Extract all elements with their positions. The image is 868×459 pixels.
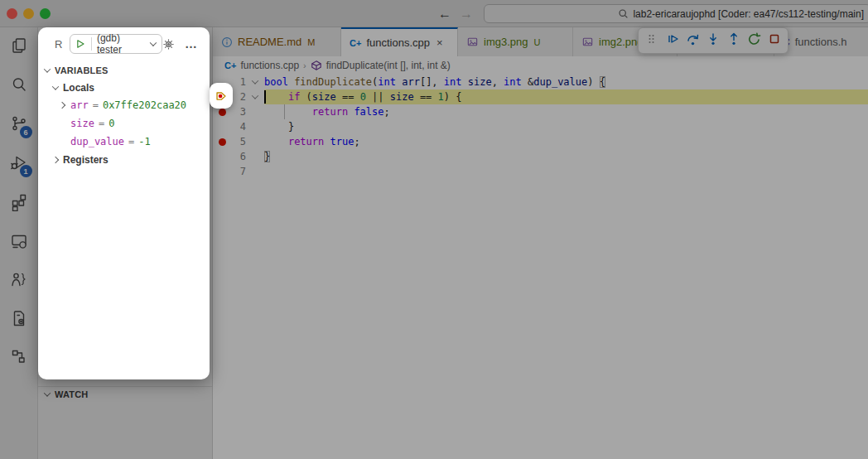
line-number[interactable]: 7	[233, 164, 246, 179]
debug-continue-button[interactable]	[663, 31, 682, 51]
activity-item-extensions[interactable]	[0, 183, 38, 222]
variable-row-size[interactable]: size=0	[38, 114, 210, 133]
start-debugging-icon[interactable]	[75, 38, 86, 50]
activity-item-remote-explorer[interactable]	[0, 222, 38, 261]
debug-step-over-button[interactable]	[682, 31, 702, 51]
code-line[interactable]: if (size == 0 || size == 1) {	[264, 89, 868, 104]
launch-config-select[interactable]: (gdb) tester	[97, 32, 146, 56]
debug-restart-button[interactable]	[745, 31, 764, 51]
line-number[interactable]: 2	[233, 89, 246, 104]
debug-stop-button[interactable]	[764, 31, 784, 51]
command-center-search[interactable]: lab2-ericaraujophd [Coder: ea47/cs112-te…	[484, 4, 868, 23]
file-gear-icon	[9, 308, 29, 331]
line-number[interactable]: 3	[233, 104, 246, 119]
grip-icon	[645, 32, 658, 49]
titlebar: ← → lab2-ericaraujophd [Coder: ea47/cs11…	[0, 0, 868, 27]
code-line-row: 7	[213, 164, 868, 179]
variable-row-arr[interactable]: arr=0x7ffe202caa20	[38, 96, 210, 114]
activity-item-hierarchy[interactable]	[0, 339, 38, 378]
code-line[interactable]: return true;	[264, 134, 868, 149]
fold-chevron-icon[interactable]	[252, 92, 258, 99]
minimize-window-button[interactable]	[23, 8, 34, 19]
debug-step-into-button[interactable]	[703, 31, 723, 51]
indent-guide	[284, 104, 285, 119]
fold-gutter[interactable]	[246, 89, 264, 104]
fold-gutter[interactable]	[246, 75, 264, 89]
code-line[interactable]: }	[264, 149, 868, 164]
variables-section-header[interactable]: VARIABLES	[38, 61, 210, 79]
activity-item-runner-settings[interactable]	[0, 300, 38, 339]
code-line[interactable]: bool findDuplicate(int arr[], int size, …	[264, 75, 868, 89]
navigate-back-icon[interactable]: ←	[436, 5, 454, 23]
activity-item-explorer[interactable]	[0, 27, 38, 66]
activity-item-run-and-debug[interactable]: 1	[0, 144, 38, 183]
activity-item-accessibility[interactable]	[0, 261, 38, 300]
registers-label: Registers	[63, 154, 108, 166]
equals-sign: =	[124, 136, 138, 147]
fold-gutter[interactable]	[246, 149, 264, 164]
activity-item-search[interactable]	[0, 66, 38, 105]
code-line-row: 5 return true;	[213, 134, 868, 149]
maximize-window-button[interactable]	[40, 8, 51, 19]
code-line[interactable]: return false;	[264, 104, 868, 119]
breakpoint-icon[interactable]	[219, 138, 226, 146]
activity-badge: 1	[20, 165, 32, 177]
line-number[interactable]: 4	[233, 119, 246, 134]
breakpoint-gutter[interactable]	[213, 134, 233, 149]
activity-bar: 61	[0, 27, 38, 459]
magnifier-icon	[618, 8, 629, 19]
breakpoint-gutter[interactable]	[213, 119, 233, 134]
variable-row-dup_value[interactable]: dup_value=-1	[38, 133, 210, 151]
code-line-row: 6}	[213, 149, 868, 164]
activity-badge: 6	[20, 126, 32, 138]
more-actions-icon[interactable]: …	[185, 41, 198, 47]
watch-section-header[interactable]: WATCH	[45, 389, 89, 399]
step-over-icon	[686, 32, 700, 50]
breadcrumb-file[interactable]: functions.cpp	[240, 60, 299, 71]
breakpoint-gutter[interactable]	[213, 164, 233, 179]
tab-label: functions.h	[795, 36, 847, 48]
watch-label: WATCH	[55, 389, 89, 399]
close-window-button[interactable]	[7, 8, 17, 19]
variable-name: dup_value	[70, 136, 124, 147]
debug-drag-handle-button[interactable]	[642, 31, 662, 51]
tab-label: README.md	[238, 36, 301, 48]
fold-gutter[interactable]	[246, 119, 264, 134]
chevron-right-icon	[52, 157, 59, 163]
cpp-icon: C+	[350, 38, 361, 48]
debug-step-out-button[interactable]	[724, 31, 744, 51]
cpp-file-icon: C+	[224, 60, 236, 70]
search-icon	[9, 75, 29, 98]
extensions-icon	[9, 191, 29, 215]
debug-settings-gear-icon[interactable]	[162, 38, 175, 51]
tab-functions-cpp[interactable]: C+functions.cpp×	[341, 27, 458, 56]
line-number[interactable]: 1	[233, 75, 246, 89]
locals-scope-header[interactable]: Locals	[38, 79, 210, 96]
person-bracket-icon	[9, 269, 29, 292]
tab-img3-png[interactable]: img3.pngU	[458, 27, 573, 56]
breadcrumb-symbol[interactable]: findDuplicate(int [], int, int &)	[326, 60, 451, 71]
expand-chevron-icon[interactable]	[58, 103, 70, 108]
fold-chevron-icon[interactable]	[252, 77, 258, 84]
line-number[interactable]: 6	[233, 149, 246, 164]
code-editor[interactable]: 1bool findDuplicate(int arr[], int size,…	[213, 75, 868, 179]
code-line[interactable]: }	[264, 119, 868, 134]
fold-gutter[interactable]	[246, 134, 264, 149]
activity-item-source-control[interactable]: 6	[0, 105, 38, 144]
variables-label: VARIABLES	[55, 65, 108, 75]
navigate-forward-icon[interactable]: →	[457, 5, 475, 23]
tab-README-md[interactable]: README.mdM	[213, 27, 341, 56]
breakpoint-icon[interactable]	[219, 109, 226, 116]
registers-scope-header[interactable]: Registers	[38, 151, 210, 169]
launch-config-control: (gdb) tester	[70, 34, 162, 54]
hierarchy-icon	[9, 347, 29, 370]
breakpoint-gutter[interactable]	[213, 149, 233, 164]
chevron-down-icon	[150, 39, 157, 46]
close-icon[interactable]: ×	[436, 36, 443, 49]
fold-gutter[interactable]	[246, 164, 264, 179]
fold-gutter[interactable]	[246, 104, 264, 119]
stop-icon	[768, 32, 781, 49]
line-number[interactable]: 5	[233, 134, 246, 149]
current-step-indicator	[210, 83, 233, 109]
code-line[interactable]	[264, 164, 868, 179]
